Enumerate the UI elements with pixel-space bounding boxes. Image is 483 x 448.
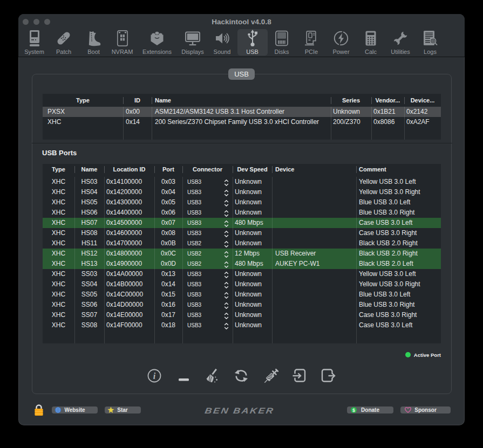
svg-text:$: $	[352, 408, 355, 413]
svg-text:i: i	[153, 371, 156, 381]
